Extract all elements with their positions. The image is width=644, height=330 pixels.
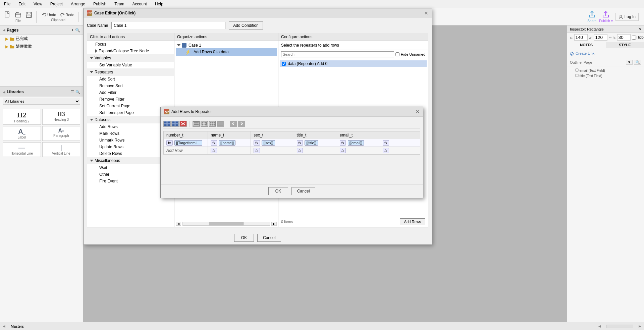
component-heading3[interactable]: H3 Heading 3: [42, 109, 80, 125]
x-input[interactable]: [574, 34, 588, 41]
scroll-right-btn[interactable]: ▶: [271, 222, 277, 226]
outline-search-btn[interactable]: 🔍: [634, 60, 641, 65]
add-condition-button[interactable]: Add Condition: [229, 21, 263, 30]
add-row-cell-4[interactable]: fx: [294, 147, 337, 155]
menu-project[interactable]: Project: [49, 1, 64, 7]
page-scrollbar[interactable]: [606, 325, 633, 328]
hidden-checkbox[interactable]: [632, 36, 636, 40]
repeater-search-input[interactable]: [281, 51, 394, 57]
action-item-focus[interactable]: Focus: [87, 41, 174, 48]
grid-icon-3[interactable]: [179, 121, 187, 127]
scroll-thumb-h[interactable]: [209, 222, 244, 225]
grid-icon-1[interactable]: [163, 121, 171, 127]
cell-1-6[interactable]: fx: [380, 139, 420, 147]
tree-action-addrows[interactable]: ⚡ Add Rows 0 to data: [176, 48, 277, 56]
row-icon-3[interactable]: [209, 121, 216, 127]
h-input[interactable]: [617, 34, 631, 41]
tab-notes[interactable]: NOTES: [567, 42, 606, 48]
undo-button[interactable]: Undo: [41, 12, 57, 18]
fx-tag-r2-4[interactable]: fx: [297, 148, 303, 153]
cell-1-4[interactable]: fx [[title]]: [294, 139, 337, 147]
row-icon-1[interactable]: [193, 121, 200, 127]
redo-button[interactable]: Redo: [59, 12, 75, 18]
component-label[interactable]: A_ Label: [3, 126, 41, 141]
library-selector[interactable]: All Libraries: [3, 98, 80, 105]
case-cancel-button[interactable]: Cancel: [257, 234, 281, 242]
add-rows-cancel-btn[interactable]: Cancel: [291, 187, 315, 195]
grid-icon-2[interactable]: [171, 121, 179, 127]
scroll-left-btn[interactable]: ◀: [176, 222, 181, 226]
w-input[interactable]: [594, 34, 607, 41]
menu-publish[interactable]: Publish: [92, 1, 108, 7]
open-button[interactable]: [13, 11, 23, 19]
login-button[interactable]: Log In: [615, 13, 639, 21]
fx-tag-r2-3[interactable]: fx: [254, 148, 260, 153]
case-ok-button[interactable]: OK: [234, 234, 254, 242]
fx-tag-r2-6[interactable]: fx: [383, 148, 389, 153]
component-heading2[interactable]: H2 Heading 2: [3, 109, 41, 125]
nav-right-btn[interactable]: [238, 121, 245, 127]
cell-1-3[interactable]: fx [[sex]]: [251, 139, 294, 147]
add-row-cell-1[interactable]: Add Row: [164, 147, 208, 155]
case-name-input[interactable]: [111, 22, 225, 29]
page-item-folder1[interactable]: ▶ 已完成: [0, 35, 83, 43]
case-editor-close[interactable]: ✕: [424, 10, 428, 16]
pages-search-btn[interactable]: 🔍: [75, 28, 80, 33]
add-row-cell-2[interactable]: fx: [208, 147, 251, 155]
repeater-checkbox-1[interactable]: [282, 62, 286, 66]
add-row-cell-3[interactable]: fx: [251, 147, 294, 155]
fx-tag-2[interactable]: fx: [211, 140, 217, 146]
add-row-row[interactable]: Add Row fx fx fx fx: [164, 147, 420, 155]
pages-add-btn[interactable]: +: [71, 28, 74, 33]
fx-tag-4[interactable]: fx: [297, 140, 303, 146]
menu-help[interactable]: Help: [154, 1, 165, 7]
action-remove-sort[interactable]: Remove Sort: [87, 82, 174, 89]
fx-tag-6[interactable]: fx: [383, 140, 389, 146]
save-button[interactable]: [24, 11, 34, 19]
menu-account[interactable]: Account: [131, 1, 148, 7]
cell-1-5[interactable]: fx [[email]]: [337, 139, 380, 147]
component-hline[interactable]: — Horizontal Line: [3, 142, 41, 157]
fx-tag-1[interactable]: fx: [166, 140, 173, 146]
menu-arrange[interactable]: Arrange: [69, 1, 87, 7]
add-rows-footer-btn[interactable]: Add Rows: [400, 218, 425, 225]
repeaters-group[interactable]: Repeaters: [87, 68, 174, 76]
add-row-cell-6[interactable]: fx: [380, 147, 420, 155]
menu-file[interactable]: File: [3, 1, 12, 7]
page-item-folder2[interactable]: ▶ 随便做做: [0, 43, 83, 50]
nav-left-btn[interactable]: [230, 121, 237, 127]
action-set-variable[interactable]: Set Variable Value: [87, 62, 174, 68]
libraries-search-btn[interactable]: 🔍: [75, 90, 80, 94]
horiz-scrollbar[interactable]: [182, 222, 270, 226]
row-icon-4[interactable]: [217, 121, 224, 127]
add-rows-ok-btn[interactable]: OK: [268, 187, 288, 195]
outline-filter-btn[interactable]: ▼: [626, 60, 633, 65]
cell-1-1[interactable]: fx [[TargetItem.i...: [164, 139, 208, 147]
row-icon-2[interactable]: [201, 121, 208, 127]
action-add-sort[interactable]: Add Sort: [87, 76, 174, 82]
add-rows-close[interactable]: ✕: [416, 109, 420, 114]
repeater-item-1[interactable]: data (Repeater) Add 0: [280, 60, 427, 67]
fx-tag-5[interactable]: fx: [340, 140, 346, 146]
cell-1-2[interactable]: fx [[name]]: [208, 139, 251, 147]
tree-case1[interactable]: Case 1: [176, 42, 277, 48]
fx-tag-3[interactable]: fx: [254, 140, 260, 146]
inspector-expand-btn[interactable]: ⇲: [638, 27, 641, 31]
menu-team[interactable]: Team: [113, 1, 125, 7]
action-add-filter[interactable]: Add Filter: [87, 89, 174, 96]
create-link[interactable]: Create Link: [570, 51, 594, 55]
component-paragraph[interactable]: A≡ Paragraph: [42, 126, 80, 141]
action-item-expand[interactable]: Expand/Collapse Tree Node: [87, 48, 174, 54]
menu-view[interactable]: View: [32, 1, 44, 7]
action-remove-filter[interactable]: Remove Filter: [87, 96, 174, 103]
fx-tag-r2-2[interactable]: fx: [211, 148, 217, 153]
add-row-cell-5[interactable]: fx: [337, 147, 380, 155]
tab-style[interactable]: STYLE: [606, 42, 644, 48]
fx-tag-r2-5[interactable]: fx: [340, 148, 346, 153]
libraries-menu-btn[interactable]: ☰: [71, 90, 74, 94]
component-vline[interactable]: | Vertical Line: [42, 142, 80, 157]
new-button[interactable]: [3, 11, 12, 19]
menu-edit[interactable]: Edit: [17, 1, 27, 7]
variables-group[interactable]: Variables: [87, 54, 174, 62]
hide-unnamed-checkbox[interactable]: [395, 52, 399, 56]
